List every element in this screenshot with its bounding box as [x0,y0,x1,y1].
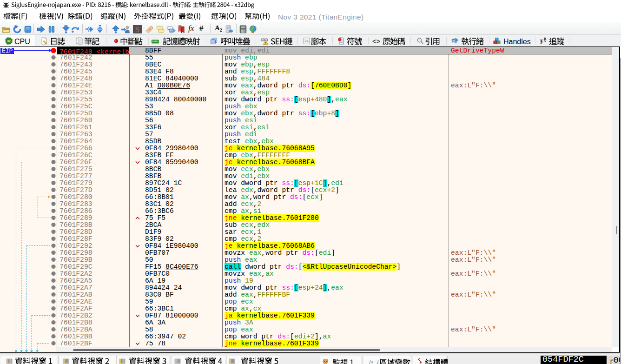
svg-text:<>: <> [305,39,309,43]
svg-text:S: S [135,25,139,33]
svg-text:!: ! [265,41,266,45]
svg-text:32: 32 [7,40,11,43]
